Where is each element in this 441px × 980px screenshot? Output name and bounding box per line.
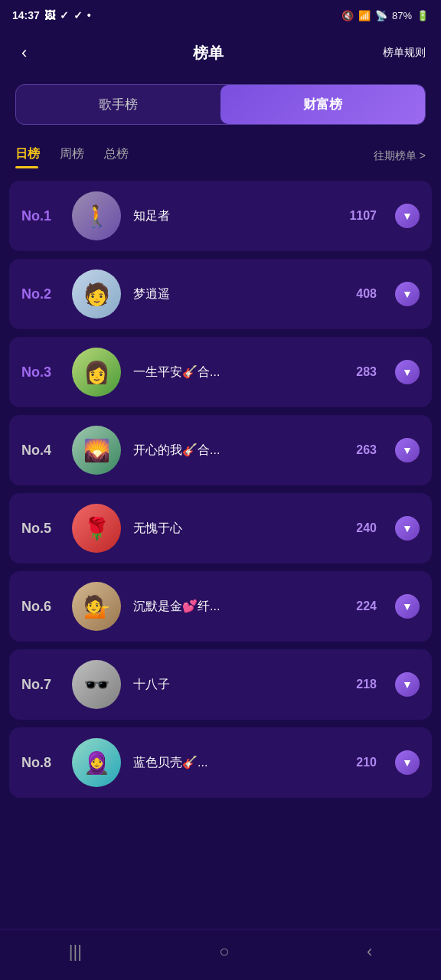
battery-display: 87% <box>392 10 412 21</box>
rank-avatar-2: 🧑 <box>72 270 121 318</box>
rank-action-btn-3[interactable]: ▼ <box>395 360 420 384</box>
rank-avatar-8: 🧕 <box>72 738 121 787</box>
rank-item-8[interactable]: No.8 🧕 蓝色贝壳🎸... 210 ▼ <box>9 727 432 798</box>
rank-score-5: 240 <box>356 521 377 535</box>
rank-avatar-3: 👩 <box>72 348 121 397</box>
nav-back-icon[interactable]: ‹ <box>351 939 387 965</box>
rank-score-7: 218 <box>356 678 377 691</box>
tab-wealth-chart[interactable]: 财富榜 <box>220 85 425 124</box>
rank-action-btn-4[interactable]: ▼ <box>395 438 420 462</box>
rank-avatar-6: 💁 <box>72 582 121 631</box>
rank-name-6: 沉默是金💕纤... <box>133 599 344 615</box>
chevron-down-icon: ▼ <box>402 366 413 378</box>
subtab-daily[interactable]: 日榜 <box>15 142 54 170</box>
back-button[interactable]: ‹ <box>15 40 33 66</box>
rank-item-5[interactable]: No.5 🌹 无愧于心 240 ▼ <box>9 493 432 564</box>
check-icon-1: ✓ <box>60 9 69 21</box>
rank-score-1: 1107 <box>349 209 377 223</box>
rank-score-2: 408 <box>356 287 377 301</box>
rank-name-8: 蓝色贝壳🎸... <box>133 755 344 771</box>
chevron-down-icon: ▼ <box>402 288 413 300</box>
chevron-down-icon: ▼ <box>402 210 413 222</box>
page-title: 榜单 <box>33 43 383 64</box>
rank-name-3: 一生平安🎸合... <box>133 364 344 381</box>
tab-singer-chart[interactable]: 歌手榜 <box>16 85 220 124</box>
chevron-down-icon: ▼ <box>402 522 413 534</box>
battery-icon: 🔋 <box>416 10 429 21</box>
rank-action-btn-7[interactable]: ▼ <box>395 672 420 697</box>
rank-item-3[interactable]: No.3 👩 一生平安🎸合... 283 ▼ <box>9 337 432 407</box>
rank-name-2: 梦逍遥 <box>133 286 344 302</box>
rank-number-8: No.8 <box>21 755 60 771</box>
past-charts-link[interactable]: 往期榜单 > <box>374 149 426 163</box>
rank-avatar-5: 🌹 <box>72 504 121 553</box>
rank-number-4: No.4 <box>21 443 60 459</box>
check-icon-2: ✓ <box>74 9 83 21</box>
rank-item-6[interactable]: No.6 💁 沉默是金💕纤... 224 ▼ <box>9 571 432 642</box>
chevron-down-icon: ▼ <box>402 756 413 769</box>
rank-name-7: 十八子 <box>133 677 344 693</box>
rank-action-btn-8[interactable]: ▼ <box>395 750 420 775</box>
rank-action-btn-5[interactable]: ▼ <box>395 516 420 541</box>
photo-icon: 🖼 <box>44 9 55 21</box>
rank-name-1: 知足者 <box>133 208 337 224</box>
rank-number-7: No.7 <box>21 677 60 693</box>
dot-icon: • <box>87 9 91 21</box>
bottom-nav: ||| ○ ‹ <box>0 929 441 980</box>
rank-number-6: No.6 <box>21 599 60 615</box>
rank-item-4[interactable]: No.4 🌄 开心的我🎸合... 263 ▼ <box>9 415 432 485</box>
status-right: 🔇 📶 📡 87% 🔋 <box>341 10 429 21</box>
rank-item-2[interactable]: No.2 🧑 梦逍遥 408 ▼ <box>9 259 432 329</box>
rank-number-2: No.2 <box>21 286 60 302</box>
rank-action-btn-1[interactable]: ▼ <box>395 204 420 228</box>
rank-score-6: 224 <box>356 599 377 613</box>
sub-tabs: 日榜 周榜 总榜 往期榜单 > <box>0 134 441 175</box>
chevron-down-icon: ▼ <box>402 678 413 691</box>
mute-icon: 🔇 <box>341 10 354 21</box>
signal-icon: 📡 <box>375 10 387 21</box>
rank-action-btn-6[interactable]: ▼ <box>395 594 420 619</box>
rank-name-4: 开心的我🎸合... <box>133 443 344 459</box>
nav-home-icon[interactable]: ○ <box>204 939 244 965</box>
rank-number-3: No.3 <box>21 364 60 381</box>
status-bar: 14:37 🖼 ✓ ✓ • 🔇 📶 📡 87% 🔋 <box>0 0 441 31</box>
rank-avatar-4: 🌄 <box>72 426 121 475</box>
rank-item-7[interactable]: No.7 🕶️ 十八子 218 ▼ <box>9 649 432 720</box>
rank-name-5: 无愧于心 <box>133 521 344 537</box>
rule-link[interactable]: 榜单规则 <box>383 46 426 60</box>
rank-score-3: 283 <box>356 365 377 379</box>
tab-switcher: 歌手榜 财富榜 <box>15 84 426 125</box>
rank-number-1: No.1 <box>21 208 60 224</box>
rank-number-5: No.5 <box>21 521 60 537</box>
rank-action-btn-2[interactable]: ▼ <box>395 282 420 306</box>
chevron-down-icon: ▼ <box>402 444 413 456</box>
time-display: 14:37 <box>12 9 40 21</box>
header: ‹ 榜单 榜单规则 <box>0 31 441 75</box>
chevron-down-icon: ▼ <box>402 600 413 612</box>
subtab-weekly[interactable]: 周榜 <box>60 142 98 170</box>
rank-avatar-1: 🚶 <box>72 191 121 240</box>
rank-score-4: 263 <box>356 443 377 457</box>
status-left: 14:37 🖼 ✓ ✓ • <box>12 9 91 21</box>
rank-avatar-7: 🕶️ <box>72 660 121 709</box>
rank-list: No.1 🚶 知足者 1107 ▼ No.2 🧑 梦逍遥 408 ▼ No.3 … <box>0 175 441 804</box>
wifi-icon: 📶 <box>358 10 371 21</box>
rank-item-1[interactable]: No.1 🚶 知足者 1107 ▼ <box>9 181 432 251</box>
subtab-total[interactable]: 总榜 <box>104 142 142 170</box>
rank-score-8: 210 <box>356 756 377 769</box>
nav-menu-icon[interactable]: ||| <box>54 939 97 965</box>
